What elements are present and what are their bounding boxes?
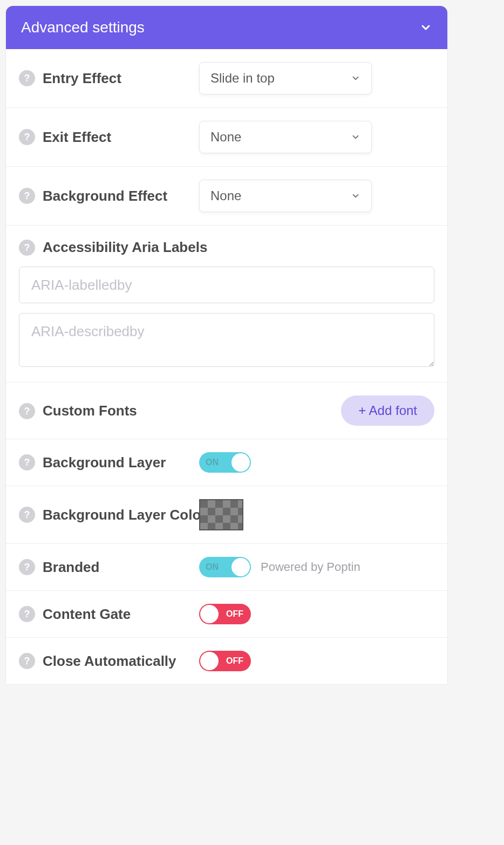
help-icon[interactable]: ?: [19, 507, 35, 523]
exit-effect-label: Exit Effect: [43, 129, 111, 146]
help-icon[interactable]: ?: [19, 403, 35, 419]
custom-fonts-label: Custom Fonts: [43, 403, 137, 419]
accessibility-row: ? Accessibility Aria Labels: [6, 226, 447, 383]
panel-header[interactable]: Advanced settings: [6, 6, 447, 49]
help-icon[interactable]: ?: [19, 70, 35, 86]
toggle-state-label: ON: [206, 562, 219, 572]
help-icon[interactable]: ?: [19, 129, 35, 145]
background-effect-dropdown[interactable]: None: [199, 180, 372, 212]
help-icon[interactable]: ?: [19, 606, 35, 622]
help-icon[interactable]: ?: [19, 559, 35, 575]
chevron-down-icon: [351, 73, 360, 83]
add-font-button[interactable]: + Add font: [341, 396, 434, 426]
exit-effect-value: None: [210, 130, 241, 145]
help-icon[interactable]: ?: [19, 454, 35, 471]
background-layer-color-label: Background Layer Color: [43, 507, 206, 523]
content-gate-toggle[interactable]: OFF: [199, 604, 251, 624]
background-effect-row: ? Background Effect None: [6, 167, 447, 226]
toggle-state-label: OFF: [226, 609, 243, 619]
background-effect-value: None: [210, 188, 241, 203]
branded-row: ? Branded ON Powered by Poptin: [6, 544, 447, 591]
chevron-down-icon: [351, 191, 360, 201]
exit-effect-dropdown[interactable]: None: [199, 121, 372, 153]
aria-describedby-input[interactable]: [19, 313, 434, 367]
background-layer-row: ? Background Layer ON: [6, 439, 447, 486]
help-icon[interactable]: ?: [19, 188, 35, 204]
toggle-state-label: ON: [206, 458, 219, 467]
entry-effect-value: Slide in top: [210, 71, 275, 86]
toggle-knob: [200, 652, 219, 670]
toggle-state-label: OFF: [226, 656, 243, 666]
aria-labelledby-input[interactable]: [19, 267, 434, 303]
branded-label: Branded: [43, 559, 99, 576]
background-effect-label: Background Effect: [43, 188, 167, 205]
help-icon[interactable]: ?: [19, 653, 35, 669]
accessibility-label: Accessibility Aria Labels: [43, 239, 207, 256]
panel-title: Advanced settings: [21, 19, 145, 36]
entry-effect-dropdown[interactable]: Slide in top: [199, 62, 372, 94]
toggle-knob: [231, 453, 250, 472]
branded-toggle[interactable]: ON: [199, 557, 251, 577]
close-automatically-row: ? Close Automatically OFF: [6, 638, 447, 684]
toggle-knob: [231, 558, 250, 576]
chevron-down-icon: [419, 21, 432, 34]
branded-hint: Powered by Poptin: [261, 560, 360, 574]
close-automatically-label: Close Automatically: [43, 653, 176, 670]
content-gate-row: ? Content Gate OFF: [6, 591, 447, 638]
entry-effect-label: Entry Effect: [43, 70, 121, 87]
chevron-down-icon: [351, 132, 360, 142]
background-layer-color-swatch[interactable]: [199, 499, 243, 530]
exit-effect-row: ? Exit Effect None: [6, 108, 447, 167]
close-automatically-toggle[interactable]: OFF: [199, 651, 251, 671]
entry-effect-row: ? Entry Effect Slide in top: [6, 49, 447, 108]
custom-fonts-row: ? Custom Fonts + Add font: [6, 383, 447, 439]
toggle-knob: [200, 605, 219, 623]
advanced-settings-panel: Advanced settings ? Entry Effect Slide i…: [5, 5, 448, 685]
background-layer-color-row: ? Background Layer Color: [6, 486, 447, 544]
background-layer-toggle[interactable]: ON: [199, 452, 251, 473]
background-layer-label: Background Layer: [43, 454, 166, 471]
help-icon[interactable]: ?: [19, 240, 35, 256]
content-gate-label: Content Gate: [43, 606, 131, 623]
